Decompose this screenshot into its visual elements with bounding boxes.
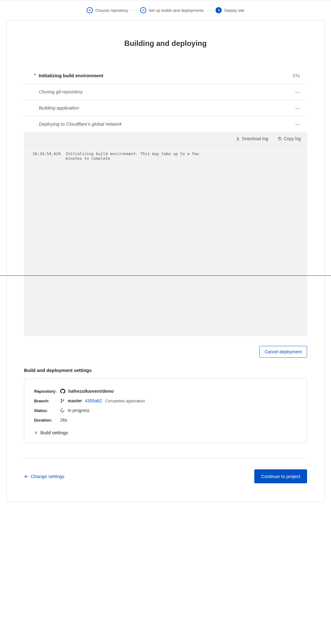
stage-time: — [295,121,300,127]
download-icon [236,136,240,141]
duration-value: 26s [60,418,67,423]
commit-message: Completed application [105,399,145,403]
duration-key: Duration: [34,418,57,423]
branch-icon [60,399,65,403]
log-panel[interactable]: 16:34:54.620 Initializing build environm… [24,145,307,336]
copy-log-button[interactable]: Copy log [278,136,301,141]
repository-key: Repository: [34,389,57,394]
check-icon [140,7,146,13]
step-label: Set up builds and deployments [149,8,204,13]
divider [24,458,307,458]
stage-label: Cloning git repository [39,89,295,94]
build-settings-label: Build settings [40,430,68,435]
settings-card: Repository: hafeezulkareem/demo Branch: … [24,378,307,443]
step-separator [207,10,212,11]
log-message: Initializing build environment. This may… [66,151,215,161]
commit-hash[interactable]: 4355a62 [85,398,102,403]
footer-actions: Change settings Continue to project [24,469,307,483]
github-icon [60,389,65,394]
stage-row[interactable]: Deploying to Cloudflare's global network… [24,116,307,132]
svg-rect-0 [279,138,281,140]
step-separator [131,10,137,11]
log-line: 16:34:54.620 Initializing build environm… [33,151,298,161]
branch-name: master [68,398,82,403]
status-value: In progress [68,408,89,413]
spinner-icon [60,408,65,413]
check-icon [87,7,93,13]
page-title: Building and deploying [7,20,324,68]
step-1[interactable]: Choose repository [87,7,128,13]
log-toolbar: Download log Copy log [24,132,307,145]
step-3: 3 Deploy site [215,7,244,13]
stage-time: — [295,105,300,110]
stepper: Choose repository Set up builds and depl… [0,0,331,20]
repository-value: hafeezulkareem/demo [68,389,114,394]
step-label: Choose repository [95,8,128,13]
status-row: Status: In progress [34,408,297,413]
svg-point-1 [61,399,62,400]
stage-row[interactable]: Initializing build environment 27s [24,68,307,84]
download-log-label: Download log [242,136,268,141]
svg-point-3 [63,400,64,400]
step-2[interactable]: Set up builds and deployments [140,7,204,13]
stage-label: Deploying to Cloudflare's global network [39,121,295,127]
repository-row: Repository: hafeezulkareem/demo [34,389,297,394]
chevron-right-icon [34,431,38,435]
download-log-button[interactable]: Download log [236,136,268,141]
stage-row[interactable]: Building application — [24,100,307,116]
copy-log-label: Copy log [284,136,301,141]
duration-row: Duration: 26s [34,418,297,423]
stage-time: — [295,89,300,94]
main-card: Building and deploying Initializing buil… [6,20,325,502]
svg-point-2 [61,402,62,403]
change-settings-button[interactable]: Change settings [24,474,64,479]
build-settings-toggle[interactable]: Build settings [34,430,297,435]
stage-label: Building application [39,105,295,110]
copy-icon [278,136,282,141]
stage-time: 27s [292,73,300,78]
stage-row[interactable]: Cloning git repository — [24,84,307,100]
spinner-icon [34,74,36,75]
branch-row: Branch: master 4355a62 Completed applica… [34,398,297,403]
log-timestamp: 16:34:54.620 [33,151,61,161]
step-number-badge: 3 [215,7,222,13]
step-label: Deploy site [224,8,244,13]
arrow-left-icon [24,474,29,479]
divider [0,275,331,276]
branch-key: Branch: [34,399,57,403]
stage-label: Initializing build environment [39,73,292,78]
status-key: Status: [34,408,57,413]
continue-to-project-button[interactable]: Continue to project [254,469,307,483]
build-stages: Initializing build environment 27s Cloni… [24,68,307,132]
settings-heading: Build and deployment settings [24,368,307,373]
change-settings-label: Change settings [31,474,64,479]
cancel-deployment-button[interactable]: Cancel deployment [259,346,307,358]
